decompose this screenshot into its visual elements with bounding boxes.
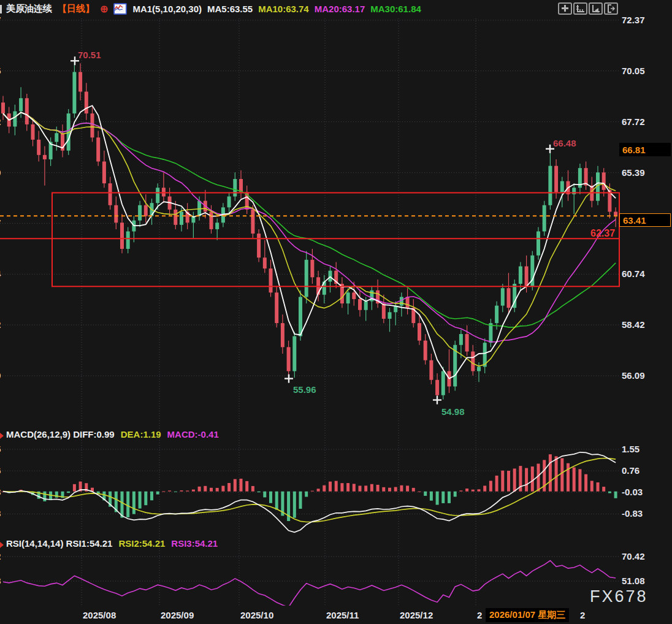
axis-zoom-icon[interactable] <box>589 2 603 15</box>
chart-canvas[interactable]: 70.5166.4855.9654.9862.37 <box>0 0 672 624</box>
left-axis-fragment: 2 <box>0 551 1 561</box>
axis-scale-icon[interactable] <box>573 2 587 15</box>
chart-type-icon[interactable] <box>113 3 127 15</box>
rsi3-label: RSI3:54.21 <box>171 538 218 549</box>
price-axis-tick: 58.42 <box>622 319 645 330</box>
macd-diff-label: MACD(26,12,9) DIFF:0.99 <box>6 429 115 439</box>
macd-value-label: MACD:-0.41 <box>167 429 219 439</box>
x-axis-label: 2025/09 <box>161 610 194 620</box>
ma30-value: MA30:61.84 <box>370 4 421 14</box>
x-axis-label: 2025/12 <box>400 610 433 620</box>
candlestick-layer <box>1 61 617 400</box>
price-axis-tick: 60.74 <box>622 268 645 279</box>
ma30-line <box>3 112 616 327</box>
left-axis-fragment: 2 <box>0 319 1 330</box>
rsi1-label: RSI(14,14,14) RSI1:54.21 <box>6 538 112 549</box>
chart-toolbar <box>558 2 618 15</box>
left-axis-fragment: 3 <box>0 508 1 519</box>
x-axis-label-fragment: 2 <box>477 610 482 620</box>
clipped-icon-fragment <box>0 433 4 439</box>
price-annotation: 70.51 <box>78 50 101 60</box>
clipped-icon-fragment <box>0 5 2 13</box>
macd-axis-tick: -0.83 <box>622 508 643 519</box>
left-axis-fragment: 7 <box>0 218 1 228</box>
ma5-value: MA5:63.55 <box>207 4 253 14</box>
left-axis-fragment: 5 <box>0 66 1 76</box>
rsi-line <box>3 561 616 607</box>
symbol-name: 美原油连续 <box>6 3 52 15</box>
macd-axis-tick: -0.03 <box>622 487 643 497</box>
macd-dea-label: DEA:1.19 <box>121 429 161 439</box>
price-annotation: 55.96 <box>293 384 316 395</box>
support-price-annotation: 62.37 <box>590 228 615 238</box>
current-price-value: 63.41 <box>623 215 646 226</box>
macd-header: MACD(26,12,9) DIFF:0.99 DEA:1.19 MACD:-0… <box>6 429 219 439</box>
left-axis-fragment: 3 <box>0 487 1 497</box>
period-selector[interactable]: 【日线】 <box>58 3 94 15</box>
alert-price-label: 66.81 <box>619 143 671 156</box>
left-axis-fragment: 2 <box>0 116 1 127</box>
price-annotation: 66.48 <box>553 138 576 148</box>
left-axis-fragment: 4 <box>0 268 1 279</box>
trading-chart-app: 70.5166.4855.9654.9862.37 美原油连续 【日线】 ⊕ M… <box>0 0 672 624</box>
price-axis-tick: 65.39 <box>622 167 645 178</box>
ma20-value: MA20:63.17 <box>315 4 365 14</box>
exit-icon[interactable] <box>604 2 618 15</box>
price-axis-tick: 70.05 <box>622 66 645 76</box>
left-axis-fragment: 6 <box>0 465 1 476</box>
price-axis-tick: 56.09 <box>622 370 645 381</box>
price-axis-tick: 72.37 <box>622 15 645 25</box>
rsi-axis-tick: 70.42 <box>622 551 645 561</box>
ma5-line <box>3 105 616 378</box>
x-axis-label: 2025/10 <box>240 610 273 620</box>
ma10-value: MA10:63.74 <box>258 4 309 14</box>
ma-group-label: MA1(5,10,20,30) <box>132 4 202 14</box>
rsi-layer <box>3 561 616 607</box>
left-axis-fragment: 8 <box>0 576 1 586</box>
price-axis-tick: 67.72 <box>622 116 645 127</box>
x-axis-label: 2025/08 <box>83 610 116 620</box>
ma20-line <box>3 112 616 342</box>
x-axis-label: 2025/11 <box>326 610 359 620</box>
crosshair-date-tooltip: 2026/01/07 星期三 <box>486 608 569 622</box>
macd-axis-tick: 0.76 <box>622 465 640 476</box>
left-axis-fragment: 9 <box>0 370 1 381</box>
ma-lines-layer <box>3 105 616 378</box>
rsi2-label: RSI2:54.21 <box>118 538 165 549</box>
price-annotation: 54.98 <box>441 406 465 417</box>
rsi-header: RSI(14,14,14) RSI1:54.21 RSI2:54.21 RSI3… <box>6 538 218 549</box>
add-indicator-icon[interactable]: ⊕ <box>100 3 108 15</box>
left-axis-fragment: 9 <box>0 167 1 178</box>
alert-price-value: 66.81 <box>622 145 646 155</box>
chart-header: 美原油连续 【日线】 ⊕ MA1(5,10,20,30) MA5:63.55 M… <box>6 2 421 15</box>
annotation-layer: 70.5166.4855.9654.9862.37 <box>71 50 615 416</box>
current-price-label: 63.41 <box>619 213 671 227</box>
left-axis-fragment: 7 <box>0 15 1 25</box>
move-icon[interactable] <box>558 2 572 15</box>
watermark: FX678 <box>590 587 648 606</box>
rsi-axis-tick: 51.08 <box>622 576 645 586</box>
left-axis-fragment: 5 <box>0 444 1 454</box>
clipped-icon-fragment <box>0 542 4 548</box>
x-axis-label-fragment: 2 <box>580 610 585 620</box>
dea-line <box>3 458 616 522</box>
macd-axis-tick: 1.55 <box>622 444 640 454</box>
